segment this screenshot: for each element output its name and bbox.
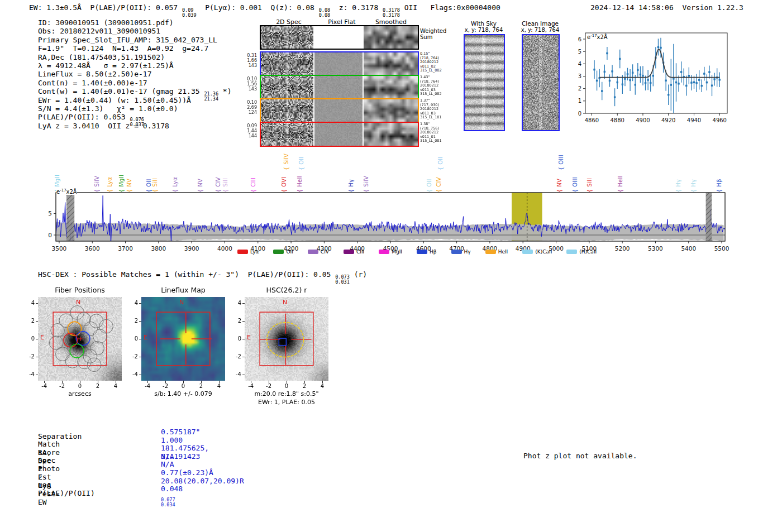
svg-text:3: 3 bbox=[578, 73, 581, 79]
spec2d-row bbox=[260, 75, 419, 100]
cutout-hsc bbox=[245, 297, 328, 381]
full-spectrum-plot: 3500360037003800390040004100420043004400… bbox=[47, 148, 737, 260]
spec2d-row-right-labels: 1.38"(718, 756)20180212v011_01315_LL_081 bbox=[420, 122, 442, 143]
header-stats: EW: 1.3±0.5Å P(LAE)/P(OII): 0.057 0.090.… bbox=[29, 3, 500, 17]
cutout-north-label: N bbox=[283, 299, 287, 306]
tick-mark bbox=[251, 381, 251, 383]
noise-image bbox=[314, 76, 363, 99]
cutout-xlabel: m:20.0 re:1.8" s:0.5" bbox=[231, 390, 342, 397]
tick-mark bbox=[139, 303, 141, 304]
tick-mark bbox=[36, 303, 38, 304]
svg-text:4880: 4880 bbox=[610, 117, 624, 123]
cutout-fiber bbox=[38, 297, 122, 381]
cutout-ytick: -2 bbox=[127, 353, 138, 360]
match-row-value: 0.575187" bbox=[161, 428, 200, 436]
legend-item: Hγ bbox=[451, 249, 471, 255]
noise-image bbox=[364, 52, 418, 75]
tick-mark bbox=[242, 375, 245, 375]
match-row-value: N/A bbox=[161, 460, 174, 468]
noise-image bbox=[314, 52, 363, 75]
clean-image-coords: x, y: 718, 764 bbox=[507, 27, 574, 33]
cutout-ytick: 4 bbox=[230, 300, 241, 306]
svg-text:6: 6 bbox=[578, 36, 581, 42]
tick-mark bbox=[269, 381, 269, 383]
phot-z-note: Phot z plot not available. bbox=[523, 452, 637, 460]
cutout-ytick: 2 bbox=[230, 318, 241, 324]
cutout-title: HSC(26.2) r bbox=[233, 286, 340, 294]
tick-mark bbox=[242, 303, 245, 304]
summary-line: S/N = 4.4(±1.3) χ² = 1.0(±0.0) bbox=[38, 104, 232, 113]
cutout-xtick: -2 bbox=[157, 383, 174, 389]
summary-line: λ = 4912.48Å σ = 2.97(±1.25)Å bbox=[38, 61, 232, 70]
noise-image bbox=[364, 99, 418, 122]
cutout-east-label: E bbox=[40, 334, 44, 341]
svg-text:5500: 5500 bbox=[714, 245, 729, 252]
legend-item: CIII bbox=[344, 249, 364, 255]
legend-swatch bbox=[451, 250, 462, 254]
cutout-xlabel: arcsecs bbox=[24, 390, 136, 397]
tick-mark bbox=[62, 381, 63, 383]
tick-mark bbox=[287, 381, 287, 383]
clean-image-title: Clean Image bbox=[507, 20, 574, 27]
legend-label: CIII bbox=[356, 249, 364, 255]
match-row-label: Separation bbox=[38, 432, 82, 440]
report-version: Version 1.22.3 bbox=[682, 3, 743, 12]
noise-image bbox=[314, 123, 363, 146]
cutout-ytick: 2 bbox=[23, 318, 35, 324]
report-date: 2024-12-14 14:58:06 bbox=[590, 3, 674, 12]
noise-image bbox=[364, 26, 418, 49]
svg-text:4920: 4920 bbox=[661, 117, 675, 123]
legend-label: Hβ bbox=[430, 249, 437, 255]
legend-item: Hβ bbox=[417, 249, 437, 255]
spec2d-row-right-labels: 1.43"(718, 764)20180212v011_03315_LL_082 bbox=[420, 75, 442, 97]
tick-mark bbox=[36, 321, 38, 322]
line-fit-plot: 4860488049004920494049600123456 bbox=[578, 25, 779, 131]
cutout-title: Fiber Positions bbox=[27, 286, 133, 294]
svg-text:3800: 3800 bbox=[151, 245, 166, 252]
legend-label: MgII bbox=[392, 249, 402, 255]
cutout-xtick: 0 bbox=[278, 383, 295, 389]
cutout-ytick: 0 bbox=[127, 336, 138, 342]
noise-image bbox=[523, 35, 559, 130]
summary-line: EWr = 1.40(±0.44) (w: 1.50(±0.45))Å bbox=[38, 96, 232, 104]
svg-text:5: 5 bbox=[48, 210, 52, 217]
legend-swatch bbox=[308, 250, 318, 254]
cutout-xtick: 4 bbox=[314, 383, 331, 389]
tick-mark bbox=[201, 381, 202, 383]
legend-swatch bbox=[417, 250, 427, 254]
legend-item: MgII bbox=[379, 249, 402, 255]
pixel-flat-segment bbox=[314, 52, 363, 75]
pixel-flat-segment bbox=[314, 76, 363, 99]
legend-swatch bbox=[273, 250, 284, 254]
tick-mark bbox=[139, 375, 141, 375]
svg-text:3700: 3700 bbox=[118, 245, 133, 252]
legend-label: HeII bbox=[498, 249, 508, 255]
legend-label: Lyα bbox=[250, 249, 259, 255]
legend-swatch bbox=[566, 250, 577, 254]
summary-line: Obs: 20180212v011_3090010951 bbox=[38, 27, 232, 35]
noise-image bbox=[261, 52, 313, 75]
spec2d-row-right-labels: 0.15"(718, 764)20180212v011_02315_LL_082 bbox=[420, 52, 442, 73]
tick-mark bbox=[304, 381, 305, 383]
cutout-overlay bbox=[245, 297, 328, 381]
weighted-sum-label: Weighted Sum bbox=[420, 28, 446, 40]
cutout-xtick: 4 bbox=[107, 383, 124, 389]
svg-text:4900: 4900 bbox=[636, 117, 650, 123]
spec2d-row-left-labels: 0.091.44144 bbox=[240, 123, 257, 138]
legend-item: CIV bbox=[308, 249, 329, 255]
cutout-xtick: 0 bbox=[71, 383, 88, 389]
cutout-xtick: -2 bbox=[54, 383, 70, 389]
noise-image bbox=[261, 99, 313, 122]
cutout-xtick: 4 bbox=[211, 383, 227, 389]
with-sky-image bbox=[464, 34, 505, 131]
tick-mark bbox=[139, 321, 141, 322]
legend-swatch bbox=[485, 250, 496, 254]
spec2d-row bbox=[260, 98, 419, 123]
summary-line: LyA z = 3.0410 OII z = 0.3178 bbox=[38, 122, 232, 130]
spec2d-row-right-labels: 1.37"(717, 930)20180212v011_03315_LL_101 bbox=[420, 99, 442, 120]
svg-text:4860: 4860 bbox=[585, 117, 599, 123]
legend-item: Lyα bbox=[237, 249, 259, 255]
noise-image bbox=[261, 76, 313, 99]
tick-mark bbox=[80, 381, 80, 383]
cutout-xtick: -2 bbox=[260, 383, 277, 389]
